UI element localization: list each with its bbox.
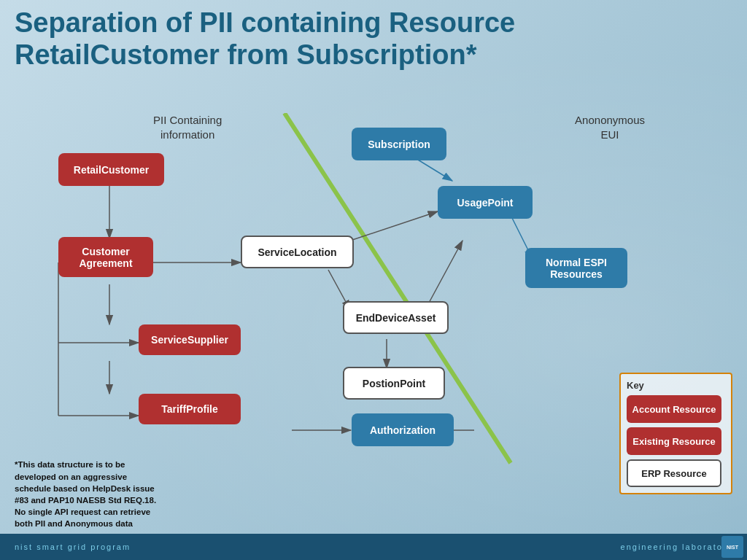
footer-left: NIST smart grid program <box>15 542 131 551</box>
tariff-profile-box: TariffProfile <box>139 394 241 424</box>
svg-line-2 <box>285 113 511 463</box>
end-device-asset-box: EndDeviceAsset <box>343 301 449 334</box>
key-title: Key <box>627 380 725 391</box>
footer-right: engineering laboratory <box>621 542 732 551</box>
slide: Separation of PII containing Resource Re… <box>0 0 747 560</box>
key-existing-resource: Existing Resource <box>627 427 721 455</box>
subscription-box: Subscription <box>352 128 446 160</box>
pii-label: PII Containinginformation <box>153 113 222 141</box>
footnote: *This data structure is to be developed … <box>15 459 163 529</box>
service-supplier-box: ServiceSupplier <box>139 324 241 355</box>
anon-label: AnononymousEUI <box>575 113 645 141</box>
retail-customer-box: RetailCustomer <box>58 153 164 186</box>
service-location-box: ServiceLocation <box>241 236 354 268</box>
key-account-resource: Account Resource <box>627 395 721 423</box>
key-erp-resource: ERP Resource <box>627 459 721 487</box>
key-box: Key Account Resource Existing Resource E… <box>619 373 732 494</box>
nist-logo-icon: NIST <box>721 536 743 558</box>
authorization-box: Authorization <box>352 413 454 446</box>
postion-point-box: PostionPoint <box>343 367 445 400</box>
diagram-area: PII Containinginformation AnononymousEUI <box>15 113 732 494</box>
normal-espi-box: Normal ESPI Resources <box>525 248 627 288</box>
footer: NIST smart grid program engineering labo… <box>0 534 747 560</box>
usage-point-box: UsagePoint <box>438 186 533 219</box>
title-line2: RetailCustomer from Subscription* <box>15 39 476 70</box>
title-line1: Separation of PII containing Resource <box>15 7 515 38</box>
slide-title: Separation of PII containing Resource Re… <box>15 7 732 71</box>
customer-agreement-box: Customer Agreement <box>58 237 153 277</box>
